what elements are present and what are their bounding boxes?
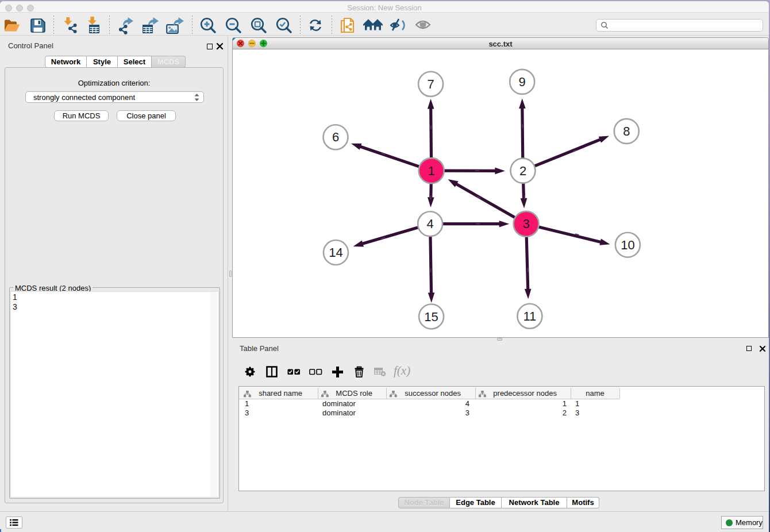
svg-text:4: 4 — [426, 217, 433, 231]
svg-text:9: 9 — [519, 75, 526, 89]
svg-text:11: 11 — [523, 309, 536, 323]
svg-text:7: 7 — [427, 77, 434, 91]
svg-text:6: 6 — [332, 130, 339, 144]
svg-text:15: 15 — [424, 310, 438, 324]
svg-text:10: 10 — [621, 238, 634, 252]
svg-text:14: 14 — [329, 245, 342, 260]
svg-text:8: 8 — [623, 124, 630, 138]
svg-text:3: 3 — [522, 217, 529, 231]
svg-text:2: 2 — [519, 164, 526, 178]
svg-text:1: 1 — [428, 164, 435, 178]
